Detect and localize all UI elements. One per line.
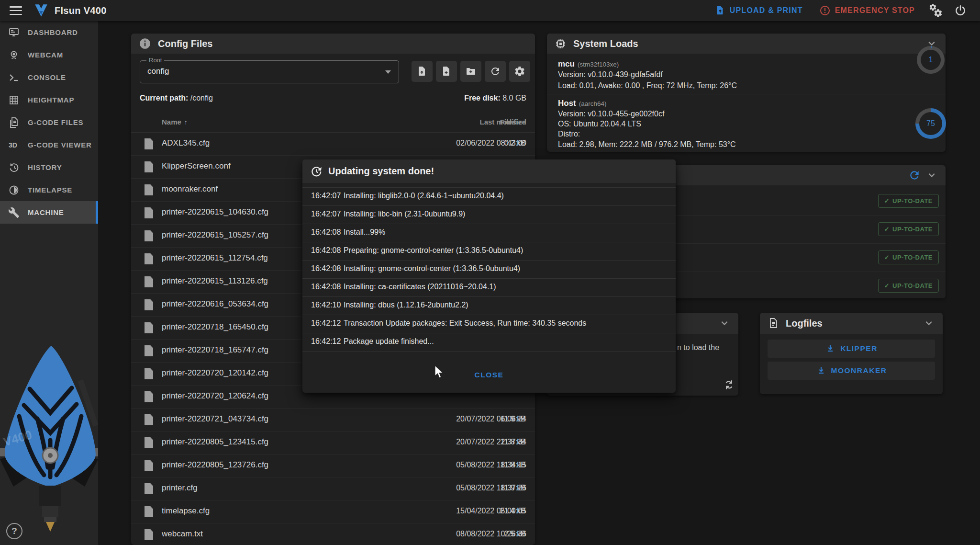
file-icon: [145, 391, 153, 402]
file-icon: [145, 506, 153, 517]
system-loads-header: System Loads: [547, 34, 946, 54]
mcu-version: Version: v0.10.0-439-gdfa5afdf: [558, 70, 663, 79]
refresh-icon[interactable]: [908, 169, 921, 182]
column-header-last-modified[interactable]: Last modified: [383, 118, 526, 126]
upload-and-print-button[interactable]: UPLOAD & PRINT: [710, 2, 808, 19]
divider: [547, 94, 946, 94]
download-moonraker-log-button[interactable]: MOONRAKER: [768, 362, 935, 380]
help-button[interactable]: ?: [6, 523, 22, 539]
current-path-label: Current path:: [140, 94, 188, 102]
chevron-down-icon[interactable]: [923, 317, 935, 329]
sidebar-item-machine[interactable]: MACHINE: [0, 201, 98, 224]
sort-asc-icon: ↑: [184, 118, 188, 126]
download-klipper-log-button[interactable]: KLIPPER: [768, 340, 935, 358]
status-badge: ✓UP-TO-DATE: [878, 222, 939, 236]
system-loads-panel: System Loads mcu(stm32f103xe) Version: v…: [547, 34, 946, 152]
sidebar-item-gcode-viewer[interactable]: 3D G-CODE VIEWER: [0, 134, 98, 156]
sidebar-item-heightmap[interactable]: HEIGHTMAP: [0, 89, 98, 111]
alert-circle-icon: [819, 5, 831, 16]
check-icon: ✓: [884, 254, 890, 261]
log-line: 16:42:08Install...99%: [302, 224, 676, 242]
refresh-button[interactable]: [485, 61, 506, 82]
wrench-icon: [7, 205, 21, 220]
free-disk-label: Free disk:: [464, 94, 501, 102]
file-icon: [145, 483, 153, 494]
gears-icon: [928, 3, 943, 18]
log-line: 16:42:07Installing: libglib2.0-0 (2.64.6…: [302, 187, 676, 205]
config-files-header: Config Files: [131, 34, 535, 54]
power-icon: [954, 4, 967, 17]
file-icon: [145, 230, 153, 241]
sidebar-item-console[interactable]: CONSOLE: [0, 66, 98, 89]
console-icon: [7, 70, 21, 85]
log-line: 16:42:08Preparing: gnome-control-center …: [302, 242, 676, 260]
config-files-title: Config Files: [158, 38, 212, 49]
root-select-value: config: [147, 67, 169, 76]
menu-hamburger-icon[interactable]: [10, 6, 22, 15]
free-disk-value: 8.0 GB: [501, 94, 526, 102]
path-row: Current path: /config Free disk: 8.0 GB: [140, 94, 526, 105]
table-row[interactable]: timelapse.cfg21.4 kB15/04/2022 05:00:05: [131, 500, 535, 523]
file-icon: [145, 345, 153, 356]
sidebar-item-label: WEBCAM: [28, 51, 63, 59]
file-icon: [145, 437, 153, 448]
file-icon: [145, 184, 153, 195]
flsun-logo-icon: [33, 3, 49, 18]
create-folder-button[interactable]: [460, 61, 481, 82]
log-line: 16:42:12Transaction Update packages: Exi…: [302, 315, 676, 333]
emergency-stop-button[interactable]: EMERGENCY STOP: [814, 2, 920, 19]
column-header-name[interactable]: Name↑: [162, 118, 188, 126]
sidebar-item-label: HEIGHTMAP: [28, 96, 74, 104]
file-icon: [145, 207, 153, 218]
logfiles-title: Logfiles: [786, 318, 823, 329]
table-row[interactable]: ADXL345.cfg0.2 kB02/06/2022 08:43:00: [131, 133, 535, 156]
status-badge: ✓UP-TO-DATE: [878, 194, 939, 208]
cpu-chip-icon: [555, 38, 567, 50]
topbar: Flsun V400 UPLOAD & PRINT EMERGENCY STOP: [0, 0, 980, 21]
file-plus-icon: [441, 66, 452, 77]
file-icon: [145, 529, 153, 540]
power-button[interactable]: [951, 1, 969, 20]
gcode-viewer-icon: 3D: [7, 138, 21, 152]
file-icon: [145, 460, 153, 471]
mcu-load-gauge: 1: [917, 46, 945, 74]
log-document-icon: [768, 318, 779, 329]
sidebar-item-label: CONSOLE: [28, 73, 66, 81]
table-row[interactable]: printer-20220721_043734.cfg11.9 kB20/07/…: [131, 409, 535, 431]
settings-gears-button[interactable]: [926, 1, 945, 20]
create-file-button[interactable]: [436, 61, 457, 82]
emergency-stop-label: EMERGENCY STOP: [835, 6, 915, 15]
sidebar-item-history[interactable]: HISTORY: [0, 156, 98, 179]
dialog-title: Updating system done!: [328, 166, 434, 177]
sidebar: DASHBOARD WEBCAM CONSOLE HEIGHTMAP: [0, 21, 98, 545]
chevron-down-icon[interactable]: [925, 169, 938, 182]
app-screen: Flsun V400 UPLOAD & PRINT EMERGENCY STOP: [0, 0, 980, 545]
file-icon: [145, 299, 153, 310]
table-row[interactable]: printer.cfg11.9 kB05/08/2022 18:37:26: [131, 477, 535, 500]
info-icon: [139, 37, 151, 50]
file-settings-button[interactable]: [509, 61, 530, 82]
sidebar-item-dashboard[interactable]: DASHBOARD: [0, 21, 98, 44]
sidebar-item-label: G-CODE FILES: [28, 118, 83, 126]
file-icon: [145, 276, 153, 287]
logfiles-header: Logfiles: [760, 313, 943, 334]
sidebar-item-gcode-files[interactable]: G-CODE FILES: [0, 111, 98, 134]
sidebar-item-label: MACHINE: [28, 208, 64, 216]
sidebar-item-timelapse[interactable]: TIMELAPSE: [0, 179, 98, 201]
sync-icon[interactable]: [723, 378, 735, 391]
root-select[interactable]: Root config: [140, 60, 399, 83]
close-button[interactable]: CLOSE: [465, 366, 513, 384]
table-row[interactable]: webcam.txt2.5 kB08/08/2022 10:26:36: [131, 523, 535, 545]
chevron-down-icon[interactable]: [718, 317, 731, 329]
upload-and-print-label: UPLOAD & PRINT: [730, 6, 803, 15]
sidebar-item-webcam[interactable]: WEBCAM: [0, 44, 98, 66]
table-row[interactable]: printer-20220805_123415.cfg11.8 kB20/07/…: [131, 431, 535, 454]
timelapse-icon: [7, 183, 21, 197]
upload-file-button[interactable]: [412, 61, 433, 82]
file-upload-icon: [715, 5, 725, 16]
mcu-name-line: mcu(stm32f103xe): [558, 59, 619, 69]
host-name-line: Host(aarch64): [558, 99, 607, 108]
table-row[interactable]: printer-20220805_123726.cfg11.8 kB05/08/…: [131, 454, 535, 477]
sidebar-item-label: G-CODE VIEWER: [28, 141, 92, 149]
check-icon: ✓: [884, 282, 890, 289]
